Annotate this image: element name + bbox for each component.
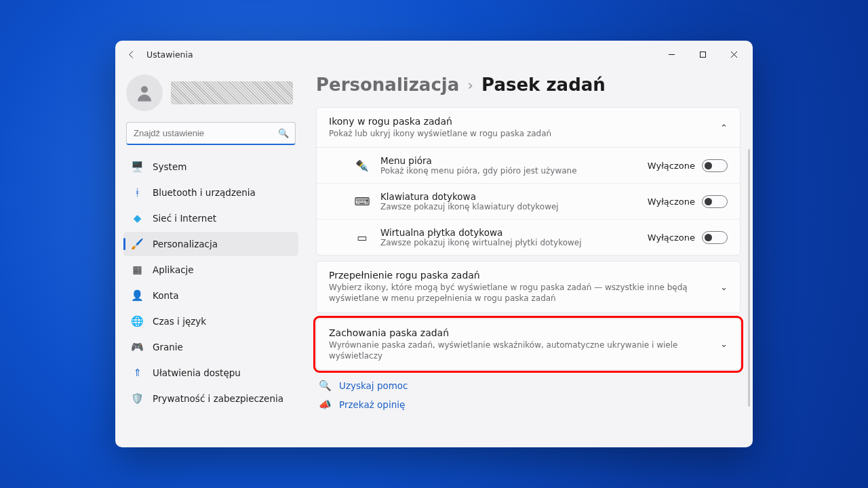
section-overflow: Przepełnienie rogu paska zadań Wybierz i… [316,261,741,312]
toggle-pen[interactable] [702,159,728,172]
footer-links: 🔍 Uzyskaj pomoc 📣 Przekaż opinię [316,380,741,411]
section-taskbar-behaviors: Zachowania paska zadań Wyrównanie paska … [316,319,741,370]
touchkb-icon: ⌨ [355,195,370,208]
sidebar-item-time[interactable]: 🌐Czas i język [123,309,298,333]
toggle-desc: Zawsze pokazuj ikonę klawiatury dotykowe… [380,202,637,211]
sidebar-item-label: Ułatwienia dostępu [153,367,241,378]
toggle-title: Wirtualna płytka dotykowa [380,227,637,238]
sidebar-item-network[interactable]: ◆Sieć i Internet [123,206,298,230]
section-taskbar-behaviors-header[interactable]: Zachowania paska zadań Wyrównanie paska … [317,319,740,369]
section-corner-icons-header[interactable]: Ikony w rogu paska zadań Pokaż lub ukryj… [317,108,740,147]
nav-list: 🖥️SystemᚼBluetooth i urządzenia◆Sieć i I… [122,155,300,411]
chevron-down-icon: ⌄ [720,282,728,292]
settings-window: Ustawienia 🔍 [115,41,753,447]
toggle-state-label: Wyłączone [648,232,695,243]
personalize-icon: 🖌️ [132,239,143,250]
feedback-icon: 📣 [319,399,331,411]
maximize-button[interactable] [688,44,717,64]
sidebar-item-label: Granie [153,342,183,352]
sidebar-item-privacy[interactable]: 🛡️Prywatność i zabezpieczenia [123,386,298,411]
apps-icon: ▦ [132,264,143,276]
sidebar-item-system[interactable]: 🖥️System [123,155,298,179]
back-button[interactable] [121,43,142,65]
feedback-link[interactable]: 📣 Przekaż opinię [319,399,741,411]
sidebar-item-label: Personalizacja [153,239,218,249]
toggle-state-label: Wyłączone [648,161,695,171]
sidebar-item-apps[interactable]: ▦Aplikacje [123,258,298,282]
help-label: Uzyskaj pomoc [339,380,408,391]
toggle-state-label: Wyłączone [648,197,695,207]
chevron-down-icon: ⌄ [720,339,728,349]
sidebar-item-label: Konta [153,290,179,301]
chevron-right-icon: › [467,77,473,94]
help-link[interactable]: 🔍 Uzyskaj pomoc [319,380,741,392]
accounts-icon: 👤 [132,290,143,302]
section-corner-icons: Ikony w rogu paska zadań Pokaż lub ukryj… [316,107,741,256]
section-overflow-header[interactable]: Przepełnienie rogu paska zadań Wybierz i… [317,262,740,312]
corner-icons-list: ✒️Menu pióraPokaż ikonę menu pióra, gdy … [317,147,740,255]
titlebar: Ustawienia [115,41,753,68]
sidebar-item-personalize[interactable]: 🖌️Personalizacja [123,232,298,256]
breadcrumb: Personalizacja › Pasek zadań [316,75,741,95]
toggle-row-pen: ✒️Menu pióraPokaż ikonę menu pióra, gdy … [317,148,740,183]
pen-icon: ✒️ [355,159,370,172]
help-icon: 🔍 [319,380,331,392]
toggle-desc: Zawsze pokazuj ikonę wirtualnej płytki d… [380,238,637,247]
sidebar-item-accounts[interactable]: 👤Konta [123,283,298,308]
toggle-touchpad[interactable] [702,231,728,244]
section-title: Zachowania paska zadań [329,327,711,338]
svg-rect-1 [700,52,705,57]
toggle-row-touchpad: ▭Wirtualna płytka dotykowaZawsze pokazuj… [317,219,740,255]
section-desc: Wyrównanie paska zadań, wyświetlanie wsk… [329,340,711,361]
breadcrumb-parent[interactable]: Personalizacja [316,75,459,95]
section-desc: Pokaż lub ukryj ikony wyświetlane w rogu… [329,128,711,139]
search-input[interactable] [127,128,295,138]
toggle-title: Menu pióra [380,155,637,166]
sidebar: 🔍 🖥️SystemᚼBluetooth i urządzenia◆Sieć i… [115,68,302,447]
sidebar-item-bluetooth[interactable]: ᚼBluetooth i urządzenia [123,180,298,205]
user-account-row[interactable] [122,68,300,122]
sidebar-item-accessibility[interactable]: ⇑Ułatwienia dostępu [123,361,298,385]
sidebar-item-label: System [153,161,186,172]
toggle-row-touchkb: ⌨Klawiatura dotykowaZawsze pokazuj ikonę… [317,183,740,219]
close-button[interactable] [719,44,749,64]
toggle-desc: Pokaż ikonę menu pióra, gdy pióro jest u… [380,166,637,176]
section-title: Przepełnienie rogu paska zadań [329,270,711,281]
privacy-icon: 🛡️ [132,393,143,405]
section-desc: Wybierz ikony, które mogą być wyświetlan… [329,282,711,304]
network-icon: ◆ [132,213,143,224]
chevron-up-icon: ⌃ [720,123,728,133]
sidebar-item-label: Bluetooth i urządzenia [153,187,256,198]
breadcrumb-current: Pasek zadań [481,75,606,95]
toggle-title: Klawiatura dotykowa [380,191,637,202]
gaming-icon: 🎮 [132,342,143,353]
sidebar-item-gaming[interactable]: 🎮Granie [123,335,298,359]
touchpad-icon: ▭ [355,231,370,244]
time-icon: 🌐 [132,316,143,327]
search-icon: 🔍 [278,128,289,138]
sidebar-item-label: Sieć i Internet [153,213,216,224]
avatar [126,75,163,111]
bluetooth-icon: ᚼ [132,187,143,199]
search-field[interactable]: 🔍 [126,122,296,145]
sidebar-item-label: Czas i język [153,316,206,327]
minimize-button[interactable] [656,44,686,64]
user-name-redacted [171,81,293,104]
sidebar-item-label: Prywatność i zabezpieczenia [153,393,283,404]
scrollbar[interactable] [748,149,750,407]
accessibility-icon: ⇑ [132,367,143,379]
system-icon: 🖥️ [132,161,143,173]
feedback-label: Przekaż opinię [339,399,405,410]
section-title: Ikony w rogu paska zadań [329,116,711,127]
sidebar-item-label: Aplikacje [153,264,194,275]
app-title: Ustawienia [146,49,193,60]
svg-point-4 [141,86,148,93]
main-panel: Personalizacja › Pasek zadań Ikony w rog… [302,68,753,447]
toggle-touchkb[interactable] [702,195,728,208]
